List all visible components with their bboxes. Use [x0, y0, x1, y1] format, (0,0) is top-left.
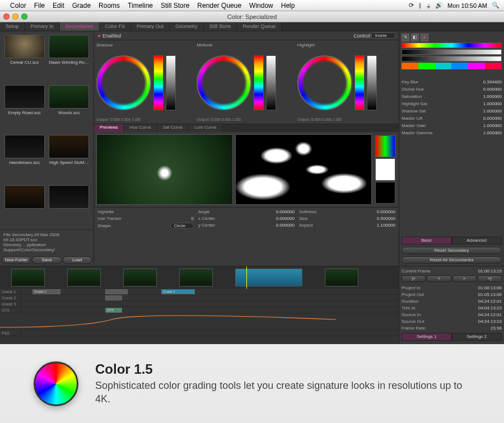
midtone-hue-strip[interactable]: [254, 55, 264, 110]
volume-icon[interactable]: 🔊: [435, 2, 443, 9]
shadow-luma-strip[interactable]: [166, 55, 176, 110]
load-button[interactable]: Load: [63, 256, 92, 264]
highlight-luma-strip[interactable]: [367, 55, 377, 110]
color-swatch-bar[interactable]: [402, 63, 502, 69]
black-swatch[interactable]: [375, 182, 395, 204]
wifi-icon[interactable]: ⏚: [427, 2, 431, 9]
settings-2-tab[interactable]: Settings 2: [452, 333, 502, 341]
menu-grade[interactable]: Grade: [72, 2, 91, 10]
master-gamma-value[interactable]: 1.000000: [463, 130, 502, 135]
rgb-swatch[interactable]: [375, 135, 395, 157]
sat-range-bar[interactable]: [402, 49, 502, 55]
shadow-sat-value[interactable]: 1.000000: [463, 109, 502, 114]
luma-range-bar[interactable]: [402, 56, 502, 62]
white-swatch[interactable]: [375, 158, 395, 180]
current-frame-value[interactable]: 01:00:13:15: [468, 269, 502, 274]
clip-thumb[interactable]: Handlebars.scc: [3, 135, 46, 183]
xcenter-value[interactable]: 0.000000: [261, 216, 295, 221]
hue-range-bar[interactable]: [402, 43, 502, 48]
tab-secondaries[interactable]: Secondaries: [60, 22, 100, 31]
spotlight-icon[interactable]: 🔍: [492, 2, 500, 9]
zoom-button[interactable]: [21, 13, 27, 20]
tab-setup[interactable]: Setup: [0, 22, 25, 31]
timeline-clip-active[interactable]: [235, 269, 302, 286]
menu-file[interactable]: File: [34, 2, 45, 10]
red-tool-icon[interactable]: ●: [421, 34, 428, 41]
midtone-luma-strip[interactable]: [266, 55, 276, 110]
preview-tab-sat[interactable]: Sat Curve: [157, 124, 189, 132]
timeline-clip[interactable]: [11, 269, 45, 286]
menu-timeline[interactable]: Timeline: [128, 2, 153, 10]
bluetooth-icon[interactable]: ᛒ: [418, 2, 422, 9]
key-blur-value[interactable]: 0.394400: [463, 79, 502, 84]
highlight-sat-value[interactable]: 1.000000: [463, 101, 502, 106]
tab-color-fx[interactable]: Color FX: [100, 22, 132, 31]
advanced-tab[interactable]: Advanced: [452, 237, 502, 245]
timeline-clip-strip[interactable]: [0, 266, 399, 289]
menu-app[interactable]: Color: [10, 2, 26, 10]
preview-tab-previews[interactable]: Previews: [94, 124, 124, 132]
master-gain-value[interactable]: 1.000000: [463, 123, 502, 128]
enabled-indicator-icon[interactable]: ●: [97, 32, 101, 39]
highlight-color-wheel[interactable]: [297, 55, 352, 110]
eyedropper-icon[interactable]: ✎: [402, 34, 409, 41]
shadow-color-wheel[interactable]: [96, 55, 151, 110]
preview-tab-hue[interactable]: Hue Curve: [124, 124, 157, 132]
tab-primary-out[interactable]: Primary Out: [131, 22, 170, 31]
close-button[interactable]: [3, 13, 10, 20]
timeline-clip[interactable]: [179, 269, 213, 286]
timeline-clip[interactable]: [67, 269, 101, 286]
menu-edit[interactable]: Edit: [53, 2, 64, 10]
save-button[interactable]: Save: [32, 256, 61, 264]
timeline-clip[interactable]: [325, 269, 358, 286]
settings-1-tab[interactable]: Settings 1: [402, 333, 452, 341]
timeline-tracks[interactable]: Grade 1Grade 1Grade 1 Grade 2 Grade 3 CF…: [0, 289, 399, 344]
clip-thumb[interactable]: Woods.scc: [48, 85, 91, 133]
shadow-hue-strip[interactable]: [153, 55, 164, 110]
clock[interactable]: Mon 10:50 AM: [447, 2, 487, 9]
clip-thumb[interactable]: Empty Road.scc: [3, 85, 46, 133]
angle-value[interactable]: 0.000000: [261, 209, 295, 214]
tab-primary-in[interactable]: Primary In: [25, 22, 60, 31]
reset-all-secondaries-button[interactable]: Reset All Secondaries: [402, 256, 502, 264]
preview-tab-lum[interactable]: Lum Curve: [189, 124, 222, 132]
new-folder-button[interactable]: New Folder: [2, 256, 31, 264]
menu-window[interactable]: Window: [249, 2, 273, 10]
tab-geometry[interactable]: Geometry: [170, 22, 204, 31]
saturation-value[interactable]: 1.000000: [463, 94, 502, 99]
clip-thumb[interactable]: Cereal CU.scc: [3, 35, 46, 83]
clip-thumb[interactable]: Dawn Winding Ro…: [48, 35, 91, 83]
softness-value[interactable]: 0.000000: [362, 209, 395, 214]
clip-thumb[interactable]: [48, 185, 91, 227]
preview-graded[interactable]: [96, 134, 233, 205]
sync-icon[interactable]: ⟳: [409, 2, 414, 9]
size-value[interactable]: 0.500000: [362, 216, 395, 221]
midtone-color-wheel[interactable]: [197, 55, 251, 110]
preview-matte[interactable]: [235, 134, 372, 205]
step-fwd-button[interactable]: >: [452, 275, 477, 282]
menu-rooms[interactable]: Rooms: [99, 2, 120, 10]
basic-tab[interactable]: Basic: [402, 237, 452, 245]
highlight-hue-strip[interactable]: [354, 55, 365, 110]
aspect-value[interactable]: 1.100000: [362, 223, 395, 228]
use-tracker-value[interactable]: 0: [160, 216, 194, 221]
ycenter-value[interactable]: 0.000000: [261, 223, 295, 228]
timeline-clip[interactable]: [123, 269, 157, 286]
clip-thumb[interactable]: [3, 185, 46, 227]
menu-help[interactable]: Help: [281, 2, 295, 10]
tool-icon[interactable]: ◧: [411, 34, 419, 41]
menu-stillstore[interactable]: Still Store: [161, 2, 189, 10]
master-lift-value[interactable]: 0.000000: [463, 116, 502, 121]
shape-dropdown[interactable]: Circle: [170, 223, 194, 229]
minimize-button[interactable]: [12, 13, 18, 20]
next-clip-button[interactable]: >|: [478, 275, 502, 282]
tab-render-queue[interactable]: Render Queue: [237, 22, 282, 31]
tab-still-store[interactable]: Still Store: [204, 22, 237, 31]
prev-clip-button[interactable]: |<: [402, 275, 426, 282]
clip-thumb[interactable]: High Speed SloM…: [48, 135, 91, 183]
step-back-button[interactable]: <: [427, 275, 451, 282]
control-dropdown[interactable]: Inside: [371, 32, 395, 39]
reset-secondary-button[interactable]: Reset Secondary: [402, 247, 502, 254]
menu-renderqueue[interactable]: Render Queue: [197, 2, 241, 10]
global-hue-value[interactable]: 0.000000: [463, 87, 502, 92]
